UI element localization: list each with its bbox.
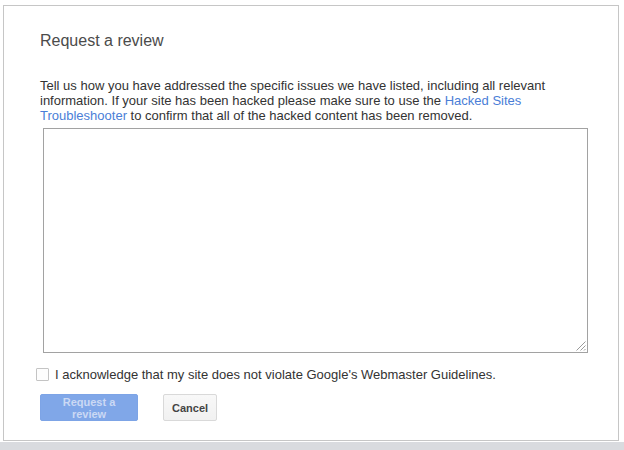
acknowledge-row: I acknowledge that my site does not viol… — [36, 367, 496, 382]
request-review-button[interactable]: Request a review — [40, 394, 138, 421]
cancel-button[interactable]: Cancel — [163, 394, 217, 421]
review-details-textarea[interactable] — [43, 128, 588, 353]
dialog-title: Request a review — [40, 32, 164, 50]
description-text-after-link: to confirm that all of the hacked conten… — [127, 108, 472, 123]
textarea-resize-handle[interactable] — [576, 341, 586, 351]
acknowledge-label: I acknowledge that my site does not viol… — [55, 367, 496, 382]
button-row: Request a review Cancel — [40, 394, 217, 421]
page-bottom-strip — [0, 442, 624, 450]
review-details-textarea-wrapper — [43, 128, 588, 353]
acknowledge-checkbox[interactable] — [36, 368, 49, 381]
dialog-description: Tell us how you have addressed the speci… — [40, 78, 589, 123]
request-review-dialog: Request a review Tell us how you have ad… — [3, 5, 619, 441]
